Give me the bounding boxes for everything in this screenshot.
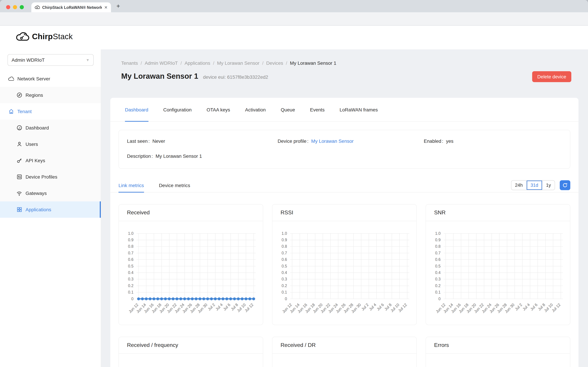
svg-text:Jul 6: Jul 6 xyxy=(222,302,231,311)
cloud-icon xyxy=(8,76,14,82)
svg-text:0.4: 0.4 xyxy=(435,270,441,275)
chart-card-received-frequency: Received / frequency xyxy=(119,337,263,367)
sidebar-item-device-profiles[interactable]: Device Profiles xyxy=(0,169,101,185)
breadcrumb-item[interactable]: Applications xyxy=(185,60,210,66)
delete-device-button[interactable]: Delete device xyxy=(532,71,571,82)
chart-title: Received / frequency xyxy=(119,337,263,354)
svg-text:0.3: 0.3 xyxy=(128,277,133,281)
svg-text:0.1: 0.1 xyxy=(128,290,133,294)
new-tab-button[interactable]: + xyxy=(116,3,120,10)
sidebar-item-api-keys[interactable]: API Keys xyxy=(0,152,101,169)
description-value: My Lorawan Sensor 1 xyxy=(156,153,202,159)
sidebar-item-tenant[interactable]: Tenant xyxy=(0,103,101,120)
breadcrumb: Tenants/Admin WDRIoT/Applications/My Lor… xyxy=(121,60,336,66)
svg-text:0.7: 0.7 xyxy=(435,251,441,255)
close-window-button[interactable] xyxy=(6,5,10,9)
tenant-select-value: Admin WDRIoT xyxy=(12,57,45,63)
chart-canvas: 1.00.90.80.70.60.50.40.30.20.10Jun 12Jun… xyxy=(119,222,263,323)
svg-text:Jul 12: Jul 12 xyxy=(244,302,254,313)
tenant-select[interactable]: Admin WDRIoT ▼ xyxy=(8,54,94,66)
breadcrumb-item[interactable]: Admin WDRIoT xyxy=(145,60,178,66)
svg-text:0.5: 0.5 xyxy=(282,264,287,268)
zoom-window-button[interactable] xyxy=(20,5,24,9)
chart-title: Received xyxy=(119,204,263,221)
svg-text:0.3: 0.3 xyxy=(282,277,287,281)
refresh-button[interactable] xyxy=(560,180,570,190)
tab-configuration[interactable]: Configuration xyxy=(163,98,192,121)
description-field: Description:My Lorawan Sensor 1 xyxy=(127,153,570,159)
sidebar-item-applications[interactable]: Applications xyxy=(0,201,101,218)
breadcrumb-item[interactable]: Tenants xyxy=(121,60,138,66)
svg-text:0.9: 0.9 xyxy=(282,238,287,242)
breadcrumb-item[interactable]: My Lorawan Sensor xyxy=(217,60,259,66)
svg-text:0: 0 xyxy=(438,297,441,301)
svg-text:0.6: 0.6 xyxy=(128,257,133,262)
tab-link-metrics[interactable]: Link metrics xyxy=(119,178,144,192)
tab-dashboard[interactable]: Dashboard xyxy=(125,98,148,121)
svg-text:Jul 10: Jul 10 xyxy=(236,302,247,313)
chirpstack-logo[interactable]: ChirpStack xyxy=(16,31,73,42)
sidebar-item-dashboard[interactable]: Dashboard xyxy=(0,120,101,136)
device-profile-field: Device profile:My Lorawan Sensor xyxy=(278,138,424,144)
chirpstack-cloud-icon xyxy=(16,31,30,42)
main-content: Tenants/Admin WDRIoT/Applications/My Lor… xyxy=(101,50,588,367)
sidebar-item-label: Regions xyxy=(25,92,43,98)
tab-events[interactable]: Events xyxy=(310,98,325,121)
svg-text:0.5: 0.5 xyxy=(128,264,133,268)
svg-text:0.6: 0.6 xyxy=(435,257,441,262)
range-option-24h[interactable]: 24h xyxy=(511,181,527,190)
browser-tab[interactable]: ChirpStack LoRaWAN® Network ✕ xyxy=(31,2,111,12)
gateways-icon xyxy=(16,190,22,196)
svg-text:Jul 6: Jul 6 xyxy=(529,302,539,311)
tab-activation[interactable]: Activation xyxy=(245,98,266,121)
chart-title: Errors xyxy=(426,337,570,354)
sidebar-item-users[interactable]: Users xyxy=(0,136,101,152)
breadcrumb-item: My Lorawan Sensor 1 xyxy=(290,60,336,66)
svg-text:Jul 6: Jul 6 xyxy=(376,302,385,311)
sidebar-item-gateways[interactable]: Gateways xyxy=(0,185,101,201)
tab-title: ChirpStack LoRaWAN® Network xyxy=(42,5,102,9)
app-header: ChirpStack ? xyxy=(0,25,588,50)
chart-card-snr: SNR1.00.90.80.70.60.50.40.30.20.10Jun 12… xyxy=(426,204,570,325)
svg-text:1.0: 1.0 xyxy=(128,231,133,236)
tab-lorawan-frames[interactable]: LoRaWAN frames xyxy=(340,98,378,121)
minimize-window-button[interactable] xyxy=(13,5,17,9)
svg-text:Jul 10: Jul 10 xyxy=(543,302,554,313)
svg-text:0.9: 0.9 xyxy=(435,238,441,242)
tab-device-metrics[interactable]: Device metrics xyxy=(159,178,190,192)
sidebar-item-regions[interactable]: Regions xyxy=(0,87,101,103)
chevron-down-icon: ▼ xyxy=(86,58,89,62)
home-icon xyxy=(8,108,14,114)
close-tab-icon[interactable]: ✕ xyxy=(104,5,108,10)
browser-tab-strip: ChirpStack LoRaWAN® Network ✕ + xyxy=(0,0,588,12)
favicon-chirpstack-icon xyxy=(35,4,40,10)
sidebar-item-label: Applications xyxy=(25,207,51,212)
sidebar-item-label: Tenant xyxy=(17,109,32,114)
device-info-panel: Last seen:Never Device profile:My Lorawa… xyxy=(119,130,570,169)
chart-canvas: 1.00.90.80.70.60.50.40.30.20.10Jun 12Jun… xyxy=(426,222,570,323)
svg-text:Jul 4: Jul 4 xyxy=(215,302,224,311)
enabled-field: Enabled:yes xyxy=(424,138,570,144)
svg-text:1.0: 1.0 xyxy=(435,231,441,236)
svg-text:0: 0 xyxy=(131,297,133,301)
sidebar-item-network-server[interactable]: Network Server xyxy=(0,71,101,87)
chart-canvas: 1.00.90.80.70.60.50.40.30.20.10Jun 12Jun… xyxy=(272,222,417,323)
range-option-31d[interactable]: 31d xyxy=(527,181,542,190)
svg-text:Jul 10: Jul 10 xyxy=(390,302,400,313)
svg-text:0.8: 0.8 xyxy=(435,244,441,249)
chart-title: SNR xyxy=(426,204,570,221)
chart-card-rssi: RSSI1.00.90.80.70.60.50.40.30.20.10Jun 1… xyxy=(272,204,417,325)
browser-window: ChirpStack LoRaWAN® Network ✕ + https://… xyxy=(0,0,588,367)
tab-queue[interactable]: Queue xyxy=(281,98,295,121)
dashboard-icon xyxy=(16,125,22,131)
device-profile-link[interactable]: My Lorawan Sensor xyxy=(311,138,354,144)
tab-otaa-keys[interactable]: OTAA keys xyxy=(207,98,230,121)
metrics-tabs: Link metricsDevice metrics 24h31d1y xyxy=(110,178,579,192)
range-option-1y[interactable]: 1y xyxy=(542,181,555,190)
breadcrumb-separator: / xyxy=(286,60,287,66)
svg-text:0.3: 0.3 xyxy=(435,277,441,281)
browser-toolbar: https:// a-b0cf-... VPN xyxy=(0,12,588,25)
breadcrumb-item[interactable]: Devices xyxy=(266,60,283,66)
enabled-value: yes xyxy=(446,138,453,144)
applications-icon xyxy=(16,207,22,212)
